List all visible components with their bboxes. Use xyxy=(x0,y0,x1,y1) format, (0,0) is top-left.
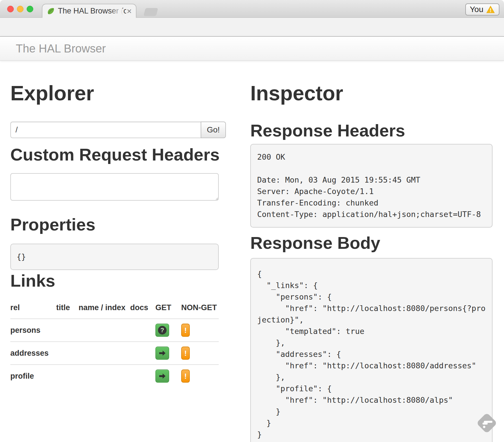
new-tab-button[interactable] xyxy=(144,8,158,16)
response-headers-title: Response Headers xyxy=(250,122,405,140)
column-header-title: title xyxy=(56,295,79,319)
arrow-right-icon xyxy=(158,349,167,357)
window-zoom-button[interactable] xyxy=(27,6,33,12)
non-get-button[interactable]: ! xyxy=(181,369,190,383)
links-table: rel title name / index docs GET NON-GET … xyxy=(10,295,219,387)
explorer-title: Explorer xyxy=(10,83,94,104)
link-row: profile ! xyxy=(10,365,219,387)
non-get-button[interactable]: ! xyxy=(181,324,190,337)
profile-warning-icon xyxy=(486,5,495,13)
link-name-index-cell xyxy=(79,365,130,387)
properties-value: {} xyxy=(10,244,219,270)
link-docs-cell xyxy=(130,342,155,365)
properties-title: Properties xyxy=(10,216,95,234)
address-input[interactable] xyxy=(10,122,201,138)
column-header-get: GET xyxy=(155,295,181,319)
link-docs-cell xyxy=(130,365,155,387)
column-header-name-index: name / index xyxy=(79,295,130,319)
link-rel: addresses xyxy=(10,342,56,365)
arrow-right-icon xyxy=(158,372,167,380)
profile-button[interactable]: You xyxy=(465,3,499,15)
response-body-panel: { "_links": { "persons": { "href": "http… xyxy=(250,258,493,442)
browser-window: The HAL Browser (customiz × You xyxy=(0,0,504,442)
title-bar: The HAL Browser (customiz × You xyxy=(0,0,504,18)
navigation-toolbar: localhost:8080/browser/index.html#/ A JB xyxy=(0,18,504,37)
link-title-cell xyxy=(56,365,79,387)
profile-name: You xyxy=(470,5,483,14)
go-button[interactable]: Go! xyxy=(201,122,226,138)
get-button[interactable] xyxy=(155,347,169,360)
question-icon: ? xyxy=(158,326,167,335)
links-table-body: persons ? ! addresses xyxy=(10,319,219,387)
link-name-index-cell xyxy=(79,319,130,342)
spring-leaf-favicon xyxy=(46,7,55,15)
link-row: persons ? ! xyxy=(10,319,219,342)
links-table-header-row: rel title name / index docs GET NON-GET xyxy=(10,295,219,319)
links-title: Links xyxy=(10,272,55,290)
column-header-docs: docs xyxy=(130,295,155,319)
link-rel: persons xyxy=(10,319,56,342)
response-body-title: Response Body xyxy=(250,234,380,252)
exclamation-icon: ! xyxy=(184,326,187,335)
link-row: addresses ! xyxy=(10,342,219,365)
brand-link[interactable]: The HAL Browser xyxy=(16,37,106,60)
link-name-index-cell xyxy=(79,342,130,365)
custom-request-headers-title: Custom Request Headers xyxy=(10,146,220,164)
inspector-title: Inspector xyxy=(250,83,343,104)
non-get-button[interactable]: ! xyxy=(181,347,190,360)
column-header-rel: rel xyxy=(10,295,56,319)
custom-request-headers-input[interactable] xyxy=(10,173,219,201)
link-title-cell xyxy=(56,342,79,365)
window-minimize-button[interactable] xyxy=(17,6,24,12)
link-title-cell xyxy=(56,319,79,342)
get-button[interactable]: ? xyxy=(155,324,169,337)
link-docs-cell xyxy=(130,319,155,342)
response-headers-panel: 200 OK Date: Mon, 03 Aug 2015 19:55:45 G… xyxy=(250,144,493,228)
page-header-band: The HAL Browser xyxy=(0,37,504,61)
browser-tab[interactable]: The HAL Browser (customiz × xyxy=(42,4,136,18)
link-rel: profile xyxy=(10,365,56,387)
tab-close-icon[interactable]: × xyxy=(127,7,132,15)
exclamation-icon: ! xyxy=(184,372,187,381)
get-button[interactable] xyxy=(155,369,169,383)
column-header-non-get: NON-GET xyxy=(181,295,219,319)
window-close-button[interactable] xyxy=(7,6,14,12)
exclamation-icon: ! xyxy=(184,349,187,358)
